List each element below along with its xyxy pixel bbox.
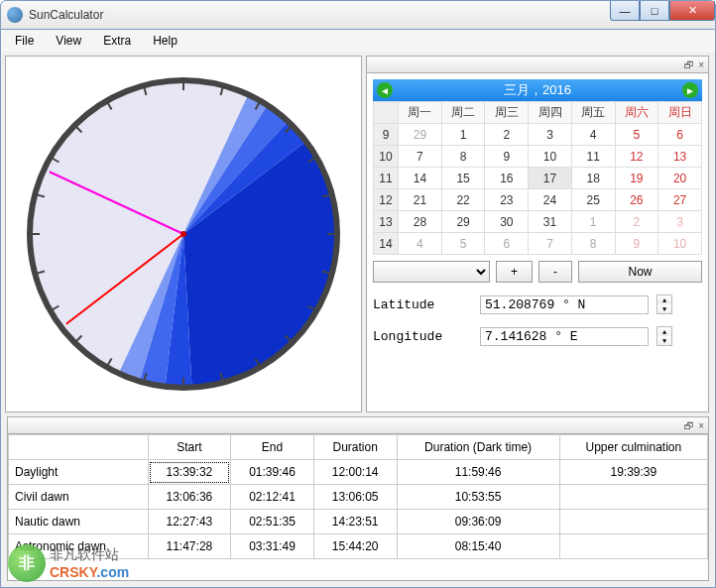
spin-up-icon[interactable]: ▲	[657, 295, 671, 304]
table-cell[interactable]: 10:53:55	[397, 485, 559, 510]
calendar-day[interactable]: 1	[571, 211, 615, 233]
table-cell[interactable]: 02:12:41	[231, 485, 314, 510]
table-cell[interactable]: 13:06:36	[148, 485, 231, 510]
location-select[interactable]	[373, 261, 490, 283]
calendar-day[interactable]: 3	[529, 124, 572, 146]
minimize-button[interactable]: —	[610, 1, 640, 21]
calendar-day[interactable]: 24	[529, 189, 572, 211]
calendar-day[interactable]: 12	[615, 146, 658, 168]
calendar-day[interactable]: 18	[571, 168, 615, 189]
calendar-day[interactable]: 7	[399, 146, 442, 168]
spin-down-icon[interactable]: ▼	[657, 336, 671, 345]
calendar-day[interactable]: 3	[658, 211, 702, 233]
calendar-day[interactable]: 6	[658, 124, 702, 146]
table-cell[interactable]: 15:44:20	[313, 534, 397, 559]
dock-close-icon[interactable]: ×	[698, 420, 704, 431]
calendar-day[interactable]: 27	[658, 189, 702, 211]
maximize-button[interactable]: □	[640, 1, 669, 21]
calendar-day[interactable]: 7	[529, 233, 572, 255]
calendar-day[interactable]: 15	[441, 168, 485, 189]
latitude-label: Latitude	[373, 297, 472, 312]
row-label: Daylight	[9, 460, 149, 485]
row-label: Nautic dawn	[9, 510, 149, 534]
table-cell[interactable]	[559, 485, 707, 510]
menu-help[interactable]: Help	[143, 32, 187, 50]
calendar-day[interactable]: 30	[485, 211, 529, 233]
calendar-day[interactable]: 2	[485, 124, 529, 146]
calendar-day[interactable]: 10	[658, 233, 702, 255]
table-cell[interactable]: 14:23:51	[313, 510, 397, 534]
calendar-day[interactable]: 28	[399, 211, 442, 233]
add-location-button[interactable]: +	[496, 261, 533, 283]
latitude-spinner[interactable]: ▲ ▼	[656, 294, 672, 314]
menu-file[interactable]: File	[5, 32, 44, 50]
calendar-day[interactable]: 1	[441, 124, 485, 146]
table-cell[interactable]: 13:06:05	[313, 485, 397, 510]
weekday-header: 周三	[485, 102, 529, 124]
table-cell[interactable]: 11:59:46	[397, 460, 559, 485]
calendar-day[interactable]: 9	[485, 146, 529, 168]
spin-down-icon[interactable]: ▼	[657, 304, 671, 313]
table-cell[interactable]: 19:39:39	[559, 460, 707, 485]
table-dock-bar: 🗗 ×	[7, 416, 709, 434]
calendar-day[interactable]: 6	[485, 233, 529, 255]
table-cell[interactable]: 12:00:14	[313, 460, 397, 485]
table-cell[interactable]: 09:36:09	[397, 510, 559, 534]
watermark-label: 非凡软件站	[50, 546, 129, 564]
calendar-day[interactable]: 16	[485, 168, 529, 189]
weekday-header: 周六	[615, 102, 658, 124]
column-header: Upper culmination	[559, 435, 707, 460]
calendar-day[interactable]: 5	[441, 233, 485, 255]
calendar-day[interactable]: 29	[399, 124, 442, 146]
week-number: 11	[374, 168, 399, 189]
table-cell[interactable]: 03:31:49	[231, 534, 314, 559]
menu-extra[interactable]: Extra	[93, 32, 141, 50]
week-number: 9	[374, 124, 399, 146]
longitude-label: Longitude	[373, 329, 472, 344]
table-cell[interactable]: 08:15:40	[397, 534, 559, 559]
calendar-day[interactable]: 23	[485, 189, 529, 211]
table-cell[interactable]: 02:51:35	[231, 510, 314, 534]
now-button[interactable]: Now	[578, 261, 702, 283]
table-cell[interactable]: 11:47:28	[148, 534, 231, 559]
table-cell[interactable]	[559, 510, 707, 534]
remove-location-button[interactable]: -	[538, 261, 572, 283]
menu-view[interactable]: View	[46, 32, 91, 50]
calendar-day[interactable]: 21	[399, 189, 442, 211]
undock-icon[interactable]: 🗗	[684, 420, 694, 431]
calendar-day[interactable]: 20	[658, 168, 702, 189]
table-cell[interactable]	[559, 534, 707, 559]
calendar-day[interactable]: 9	[615, 233, 658, 255]
calendar-day[interactable]: 4	[399, 233, 442, 255]
table-cell[interactable]: 12:27:43	[148, 510, 231, 534]
calendar-day[interactable]: 10	[529, 146, 572, 168]
calendar-title[interactable]: 三月，2016	[504, 81, 571, 99]
prev-month-button[interactable]: ◄	[377, 82, 393, 98]
close-button[interactable]: ✕	[669, 1, 715, 21]
calendar-day[interactable]: 5	[615, 124, 658, 146]
spin-up-icon[interactable]: ▲	[657, 327, 671, 336]
calendar-day[interactable]: 17	[529, 168, 572, 189]
calendar-day[interactable]: 4	[571, 124, 615, 146]
calendar-day[interactable]: 25	[571, 189, 615, 211]
table-cell[interactable]: 13:39:32	[148, 460, 231, 485]
calendar-day[interactable]: 19	[615, 168, 658, 189]
longitude-value[interactable]: 7.141628 ° E	[485, 329, 578, 344]
calendar-day[interactable]: 8	[571, 233, 615, 255]
calendar-day[interactable]: 14	[399, 168, 442, 189]
next-month-button[interactable]: ►	[682, 82, 698, 98]
dock-close-icon[interactable]: ×	[698, 59, 704, 70]
calendar-day[interactable]: 22	[441, 189, 485, 211]
calendar-day[interactable]: 13	[658, 146, 702, 168]
week-number: 10	[374, 146, 399, 168]
undock-icon[interactable]: 🗗	[684, 59, 694, 70]
calendar-day[interactable]: 11	[571, 146, 615, 168]
calendar-day[interactable]: 8	[441, 146, 485, 168]
calendar-day[interactable]: 31	[529, 211, 572, 233]
calendar-day[interactable]: 26	[615, 189, 658, 211]
calendar-day[interactable]: 2	[615, 211, 658, 233]
calendar-day[interactable]: 29	[441, 211, 485, 233]
table-cell[interactable]: 01:39:46	[231, 460, 314, 485]
longitude-spinner[interactable]: ▲ ▼	[656, 326, 672, 346]
latitude-value[interactable]: 51.208769 ° N	[485, 297, 585, 312]
